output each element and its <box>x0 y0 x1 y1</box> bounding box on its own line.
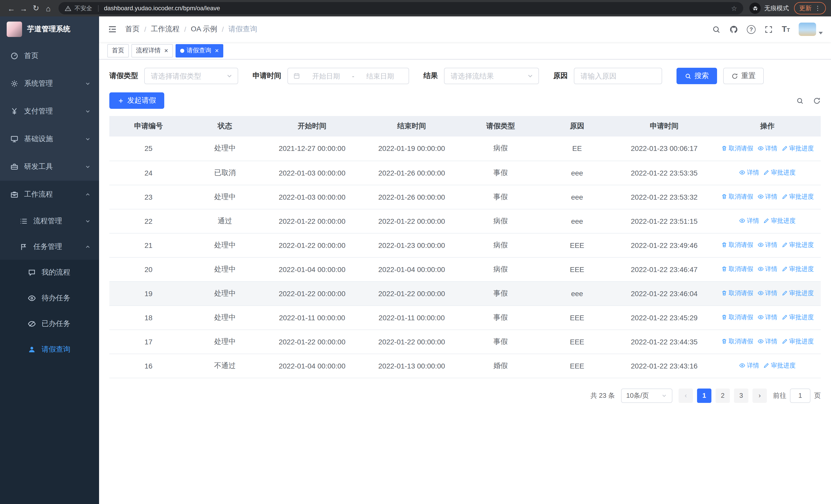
cancel-action-link[interactable]: 取消请假 <box>721 192 753 201</box>
prev-page-button[interactable]: ‹ <box>679 388 693 403</box>
goto-page-input[interactable] <box>790 388 810 403</box>
browser-reload-icon[interactable]: ↻ <box>30 2 42 14</box>
sidebar-item-label: 流程管理 <box>33 216 62 226</box>
detail-action-link[interactable]: 详情 <box>739 361 759 370</box>
tab-process-detail[interactable]: 流程详情 × <box>132 44 173 57</box>
sidebar-item-payment[interactable]: 支付管理 <box>0 97 99 125</box>
progress-action-link[interactable]: 审批进度 <box>781 313 814 322</box>
tags-view: 首页 流程详情 × 请假查询 × <box>99 42 831 60</box>
search-icon[interactable] <box>712 25 721 34</box>
sidebar-item-leave-query[interactable]: 请假查询 <box>0 337 99 362</box>
page-button-3[interactable]: 3 <box>734 388 748 403</box>
progress-action-link[interactable]: 审批进度 <box>763 216 796 225</box>
sidebar-item-task-mgmt[interactable]: 任务管理 <box>0 234 99 260</box>
view-icon <box>757 242 764 248</box>
breadcrumb-item[interactable]: 工作流程 <box>151 25 180 34</box>
progress-action-link[interactable]: 审批进度 <box>781 289 814 298</box>
leave-type-input[interactable] <box>151 72 223 80</box>
progress-action-link[interactable]: 审批进度 <box>763 168 796 177</box>
detail-action-link[interactable]: 详情 <box>739 216 759 225</box>
sidebar-item-workflow[interactable]: 工作流程 <box>0 181 99 208</box>
cell-type: 病假 <box>461 209 540 233</box>
cancel-action-link[interactable]: 取消请假 <box>721 337 753 346</box>
workflow-submenu: 工作流程 流程管理 任务管理 <box>0 181 99 362</box>
bookmark-star-icon[interactable]: ☆ <box>731 4 737 12</box>
github-icon[interactable] <box>729 25 738 34</box>
detail-action-link[interactable]: 详情 <box>757 144 777 153</box>
progress-action-link[interactable]: 审批进度 <box>781 265 814 273</box>
help-icon[interactable]: ? <box>747 25 755 34</box>
result-input[interactable] <box>451 72 524 80</box>
url-text[interactable]: dashboard.yudao.iocoder.cn/bpm/oa/leave <box>104 5 728 12</box>
breadcrumb-item[interactable]: OA 示例 <box>191 25 218 34</box>
tab-close-icon[interactable]: × <box>164 47 168 54</box>
browser-forward-icon[interactable]: → <box>18 2 30 14</box>
create-leave-button[interactable]: 发起请假 <box>109 92 164 109</box>
page-button-1[interactable]: 1 <box>697 388 711 403</box>
page-button-2[interactable]: 2 <box>716 388 730 403</box>
security-label[interactable]: 不安全 <box>75 4 92 12</box>
detail-action-link[interactable]: 详情 <box>757 192 777 201</box>
browser-back-icon[interactable]: ← <box>5 2 18 14</box>
detail-action-link[interactable]: 详情 <box>739 168 759 177</box>
cancel-action-link[interactable]: 取消请假 <box>721 144 753 153</box>
tab-leave-query[interactable]: 请假查询 × <box>175 44 223 57</box>
tab-home[interactable]: 首页 <box>107 44 129 57</box>
page-size-select[interactable]: 10条/页 <box>621 388 672 403</box>
font-size-icon[interactable]: TT <box>782 25 790 33</box>
cell-id: 23 <box>109 185 188 209</box>
browser-menu-icon[interactable]: ⋮ <box>814 5 821 12</box>
detail-action-link[interactable]: 详情 <box>757 337 777 346</box>
start-date-input[interactable] <box>303 72 349 80</box>
reset-button[interactable]: 重置 <box>723 68 764 84</box>
sidebar-item-devtools[interactable]: 研发工具 <box>0 153 99 181</box>
progress-action-link[interactable]: 审批进度 <box>781 337 814 346</box>
next-page-button[interactable]: › <box>752 388 767 403</box>
app-logo[interactable]: 芋道管理系统 <box>0 17 99 42</box>
cancel-action-link[interactable]: 取消请假 <box>721 241 753 249</box>
tab-close-icon[interactable]: × <box>215 47 219 54</box>
browser-update-button[interactable]: 更新 ⋮ <box>794 2 826 14</box>
browser-home-icon[interactable]: ⌂ <box>42 2 54 14</box>
reason-field[interactable] <box>574 68 662 84</box>
detail-action-link[interactable]: 详情 <box>757 241 777 249</box>
progress-action-link[interactable]: 审批进度 <box>763 361 796 370</box>
sidebar-item-system[interactable]: 系统管理 <box>0 70 99 97</box>
cancel-action-link[interactable]: 取消请假 <box>721 313 753 322</box>
cell-start: 2022-01-11 00:00:00 <box>262 305 362 329</box>
sidebar-item-home[interactable]: 首页 <box>0 42 99 70</box>
search-button[interactable]: 搜索 <box>677 68 717 84</box>
sidebar-item-my-process[interactable]: 我的流程 <box>0 260 99 285</box>
result-select[interactable] <box>444 68 539 84</box>
user-avatar[interactable] <box>799 23 823 36</box>
progress-action-link[interactable]: 审批进度 <box>781 192 814 201</box>
leave-type-select[interactable] <box>144 68 238 84</box>
update-label: 更新 <box>799 4 811 12</box>
end-date-input[interactable] <box>357 72 403 80</box>
main-area: 首页/工作流程/OA 示例/请假查询 ? TT <box>99 17 831 504</box>
cell-reason: eee <box>540 185 614 209</box>
sidebar-item-done-tasks[interactable]: 已办任务 <box>0 311 99 337</box>
refresh-icon[interactable] <box>813 97 821 105</box>
sidebar-item-infrastructure[interactable]: 基础设施 <box>0 125 99 153</box>
detail-action-link[interactable]: 详情 <box>757 289 777 298</box>
reason-input[interactable] <box>580 72 656 80</box>
table-toolbar: 发起请假 <box>109 92 821 109</box>
sidebar-item-todo-tasks[interactable]: 待办任务 <box>0 285 99 311</box>
fullscreen-icon[interactable] <box>764 25 773 34</box>
sidebar-item-label: 基础设施 <box>24 135 53 144</box>
detail-action-link[interactable]: 详情 <box>757 265 777 273</box>
result-label: 结果 <box>424 71 438 81</box>
sidebar-collapse-icon[interactable] <box>107 24 118 34</box>
breadcrumb-item[interactable]: 首页 <box>125 25 140 34</box>
progress-action-link[interactable]: 审批进度 <box>781 241 814 249</box>
cancel-action-link[interactable]: 取消请假 <box>721 289 753 298</box>
address-bar[interactable]: 不安全 dashboard.yudao.iocoder.cn/bpm/oa/le… <box>58 2 743 14</box>
cancel-action-link[interactable]: 取消请假 <box>721 265 753 273</box>
progress-action-link[interactable]: 审批进度 <box>781 144 814 153</box>
search-toggle-icon[interactable] <box>796 97 804 105</box>
sidebar-item-process-mgmt[interactable]: 流程管理 <box>0 208 99 234</box>
date-range-picker[interactable]: - <box>287 68 409 84</box>
chevron-down-icon <box>661 392 667 398</box>
detail-action-link[interactable]: 详情 <box>757 313 777 322</box>
